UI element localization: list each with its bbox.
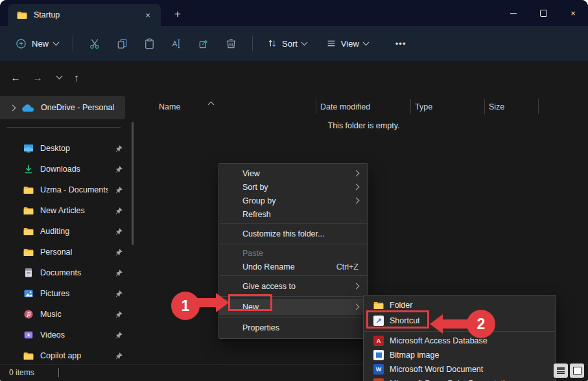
submenu-item-bitmap-image[interactable]: Bitmap image — [364, 348, 556, 362]
column-header-name[interactable]: Name — [139, 97, 316, 117]
tab-close-button[interactable]: × — [141, 8, 154, 21]
expand-chevron-icon[interactable] — [10, 104, 16, 111]
column-header-type[interactable]: Type — [410, 97, 484, 117]
navigation-bar: ← → ↑ « Start Menu Programs Startup — [0, 61, 588, 94]
new-tab-button[interactable]: + — [170, 6, 185, 22]
toolbar-divider — [252, 36, 253, 51]
rename-button[interactable] — [163, 32, 190, 54]
step-2-badge: 2 — [467, 310, 495, 338]
column-header-date-modified[interactable]: Date modified — [316, 97, 410, 117]
menu-item-sort-by[interactable]: Sort by — [219, 180, 368, 194]
sort-label: Sort — [282, 39, 298, 49]
submenu-item-word-document[interactable]: W Microsoft Word Document — [364, 362, 556, 376]
share-button[interactable] — [190, 32, 217, 54]
chevron-down-icon — [53, 40, 60, 46]
details-view-icon — [557, 367, 565, 374]
sidebar-item-copilot-app[interactable]: Copilot app — [0, 346, 127, 365]
pictures-icon — [23, 288, 34, 299]
sidebar-item-auditing[interactable]: Auditing — [0, 222, 127, 241]
cut-button[interactable] — [81, 32, 108, 54]
folder-icon — [23, 226, 34, 237]
menu-item-properties[interactable]: Properties — [219, 319, 368, 336]
back-icon: ← — [11, 72, 21, 83]
sort-ascending-icon — [208, 102, 215, 108]
menu-item-customize-folder[interactable]: Customize this folder... — [219, 225, 368, 242]
maximize-button[interactable] — [528, 0, 558, 26]
chevron-right-icon — [353, 198, 360, 204]
pin-icon[interactable] — [115, 227, 123, 236]
new-submenu: Folder ↗ Shortcut A Microsoft Access Dat… — [363, 295, 556, 381]
thumbnail-view-button[interactable] — [570, 364, 584, 378]
pin-icon[interactable] — [115, 248, 123, 257]
pin-icon[interactable] — [115, 186, 123, 194]
pin-icon[interactable] — [115, 269, 123, 277]
sidebar-item-music[interactable]: Music — [0, 305, 127, 324]
column-header-size[interactable]: Size — [484, 97, 538, 117]
pin-icon[interactable] — [115, 352, 123, 360]
sidebar-item-onedrive[interactable]: OneDrive - Personal — [0, 96, 125, 119]
cut-icon — [89, 38, 101, 50]
menu-separator — [220, 275, 367, 276]
videos-icon — [23, 330, 34, 340]
forward-button[interactable]: → — [27, 67, 48, 87]
downloads-icon — [23, 164, 34, 174]
copy-button[interactable] — [108, 32, 135, 54]
folder-icon — [23, 205, 34, 216]
folder-icon — [373, 300, 384, 310]
sidebar-item-videos[interactable]: Videos — [0, 325, 127, 345]
pin-icon[interactable] — [115, 310, 123, 319]
sidebar-item-downloads[interactable]: Downloads — [0, 159, 127, 179]
word-icon: W — [373, 364, 384, 375]
thumbnail-view-icon — [573, 367, 582, 375]
sidebar-divider — [6, 127, 121, 128]
column-divider[interactable] — [538, 99, 539, 114]
menu-item-undo-rename[interactable]: Undo RenameCtrl+Z — [219, 260, 368, 273]
sort-button[interactable]: Sort — [261, 34, 313, 52]
sidebar-item-new-articles[interactable]: New Articles — [0, 201, 127, 220]
sidebar-scrollbar[interactable] — [132, 122, 134, 245]
minimize-button[interactable] — [499, 0, 528, 26]
toolbar-new-label: New — [32, 39, 49, 49]
menu-item-view[interactable]: View — [219, 167, 368, 180]
file-explorer-window: Startup × + × New — [0, 0, 588, 381]
pin-icon[interactable] — [115, 207, 123, 215]
pin-icon[interactable] — [115, 144, 123, 153]
step-2-arrow — [443, 319, 469, 329]
chevron-right-icon — [353, 304, 360, 310]
menu-item-refresh[interactable]: Refresh — [219, 207, 368, 221]
close-button[interactable]: × — [558, 0, 588, 26]
chevron-right-icon — [353, 184, 360, 190]
menu-item-give-access-to[interactable]: Give access to — [219, 278, 368, 294]
forward-icon: → — [33, 72, 43, 83]
step-1-highlight-box — [228, 294, 272, 311]
paste-button[interactable] — [135, 32, 163, 54]
sidebar-item-personal[interactable]: Personal — [0, 242, 127, 262]
delete-button[interactable] — [217, 32, 244, 54]
tab-title: Startup — [34, 10, 135, 19]
close-icon: × — [570, 8, 576, 18]
submenu-item-powerpoint-presentation[interactable]: P Microsoft PowerPoint Presentation — [364, 376, 556, 381]
view-button[interactable]: View — [320, 34, 375, 52]
sidebar-item-uzma-documents[interactable]: Uzma - Documents Rec — [0, 180, 127, 200]
shortcut-label: Ctrl+Z — [336, 262, 359, 271]
tab-startup[interactable]: Startup × — [8, 4, 161, 26]
toolbar-new-button[interactable]: New — [9, 34, 65, 53]
up-button[interactable]: ↑ — [66, 67, 87, 87]
sidebar-item-desktop[interactable]: Desktop — [0, 139, 127, 158]
menu-item-group-by[interactable]: Group by — [219, 194, 368, 207]
folder-icon — [17, 10, 27, 20]
pin-icon[interactable] — [115, 290, 123, 298]
command-bar: New Sort View — [0, 26, 588, 61]
sidebar-item-pictures[interactable]: Pictures — [0, 284, 127, 303]
details-view-button[interactable] — [554, 364, 568, 378]
pin-icon[interactable] — [115, 165, 123, 174]
submenu-item-access-database[interactable]: A Microsoft Access Database — [364, 334, 556, 348]
menu-separator — [220, 223, 367, 224]
step-2-highlight-box — [366, 310, 429, 329]
rename-icon — [171, 38, 183, 50]
sidebar-item-documents[interactable]: Documents — [0, 263, 127, 283]
paste-icon — [143, 38, 156, 50]
back-button[interactable]: ← — [5, 67, 26, 87]
pin-icon[interactable] — [115, 331, 123, 340]
see-more-button[interactable]: ••• — [388, 35, 414, 52]
